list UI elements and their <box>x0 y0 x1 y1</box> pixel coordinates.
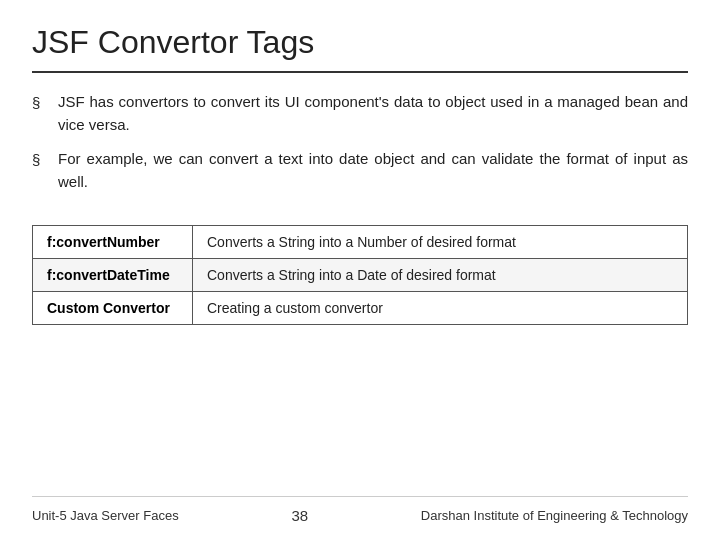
bullet-marker-2: § <box>32 149 50 172</box>
bullet-item-1: § JSF has convertors to convert its UI c… <box>32 91 688 136</box>
footer-left: Unit-5 Java Server Faces <box>32 508 179 523</box>
footer: Unit-5 Java Server Faces 38 Darshan Inst… <box>32 496 688 524</box>
bullet-text-1: JSF has convertors to convert its UI com… <box>58 91 688 136</box>
table-cell-desc-1: Converts a String into a Number of desir… <box>193 226 688 259</box>
convertor-table: f:convertNumber Converts a String into a… <box>32 225 688 325</box>
table-cell-tag-1: f:convertNumber <box>33 226 193 259</box>
footer-page-number: 38 <box>291 507 308 524</box>
title-divider <box>32 71 688 73</box>
bullet-list: § JSF has convertors to convert its UI c… <box>32 91 688 205</box>
table-cell-tag-2: f:convertDateTime <box>33 259 193 292</box>
footer-right: Darshan Institute of Engineering & Techn… <box>421 508 688 523</box>
bullet-item-2: § For example, we can convert a text int… <box>32 148 688 193</box>
bullet-text-2: For example, we can convert a text into … <box>58 148 688 193</box>
table-cell-desc-3: Creating a custom convertor <box>193 292 688 325</box>
bullet-marker-1: § <box>32 92 50 115</box>
page-title: JSF Convertor Tags <box>32 24 688 61</box>
table-row-1: f:convertNumber Converts a String into a… <box>33 226 688 259</box>
table-cell-desc-2: Converts a String into a Date of desired… <box>193 259 688 292</box>
page: JSF Convertor Tags § JSF has convertors … <box>0 0 720 540</box>
table-row-3: Custom Convertor Creating a custom conve… <box>33 292 688 325</box>
table-row-2: f:convertDateTime Converts a String into… <box>33 259 688 292</box>
table-cell-tag-3: Custom Convertor <box>33 292 193 325</box>
